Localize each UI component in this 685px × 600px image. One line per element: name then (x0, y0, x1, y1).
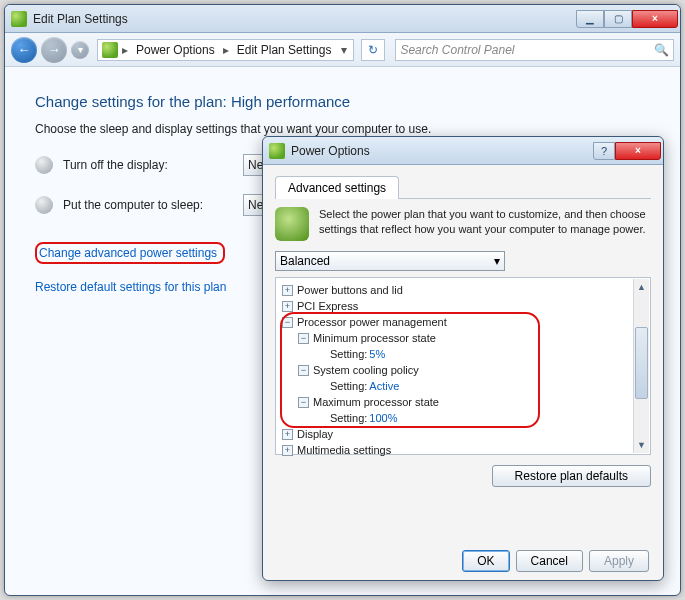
nav-history-button[interactable]: ▾ (71, 41, 89, 59)
close-button[interactable]: × (632, 10, 678, 28)
dialog-intro: Select the power plan that you want to c… (275, 207, 651, 241)
scroll-thumb[interactable] (635, 327, 648, 399)
refresh-button[interactable]: ↻ (361, 39, 385, 61)
search-icon: 🔍 (654, 43, 669, 57)
power-options-icon (269, 143, 285, 159)
power-options-icon (102, 42, 118, 58)
settings-tree[interactable]: + Power buttons and lid + PCI Express − … (275, 277, 651, 455)
expand-icon[interactable]: + (282, 285, 293, 296)
chevron-down-icon[interactable]: ▾ (337, 43, 351, 57)
tree-processor-power[interactable]: − Processor power management (276, 314, 650, 330)
tree-multimedia[interactable]: + Multimedia settings (276, 442, 650, 458)
link-change-advanced[interactable]: Change advanced power settings (35, 242, 225, 264)
tree-display[interactable]: + Display (276, 426, 650, 442)
cancel-button[interactable]: Cancel (516, 550, 583, 572)
tree-power-buttons[interactable]: + Power buttons and lid (276, 282, 650, 298)
nav-forward-button[interactable]: → (41, 37, 67, 63)
chevron-down-icon: ▾ (494, 254, 500, 268)
link-restore-defaults[interactable]: Restore default settings for this plan (35, 280, 226, 294)
tab-advanced-settings[interactable]: Advanced settings (275, 176, 399, 199)
nav-bar: ← → ▾ ▸ Power Options ▸ Edit Plan Settin… (5, 33, 680, 67)
expand-icon[interactable]: + (282, 429, 293, 440)
power-plan-dropdown[interactable]: Balanced ▾ (275, 251, 505, 271)
search-placeholder: Search Control Panel (400, 43, 514, 57)
ok-button[interactable]: OK (462, 550, 509, 572)
cooling-policy-value[interactable]: Active (369, 380, 399, 392)
search-input[interactable]: Search Control Panel 🔍 (395, 39, 674, 61)
breadcrumb-power-options[interactable]: Power Options (130, 43, 221, 57)
collapse-icon[interactable]: − (298, 397, 309, 408)
tree-pci-express[interactable]: + PCI Express (276, 298, 650, 314)
tree-min-processor-setting[interactable]: Setting: 5% (276, 346, 650, 362)
power-options-dialog: Power Options ? × Advanced settings Sele… (262, 136, 664, 581)
apply-button[interactable]: Apply (589, 550, 649, 572)
scroll-down-icon[interactable]: ▼ (634, 437, 649, 453)
page-heading: Change settings for the plan: High perfo… (35, 93, 650, 110)
dialog-title: Power Options (291, 144, 370, 158)
help-button[interactable]: ? (593, 142, 615, 160)
display-icon (35, 156, 53, 174)
max-processor-value[interactable]: 100% (369, 412, 397, 424)
minimize-button[interactable]: ▁ (576, 10, 604, 28)
collapse-icon[interactable]: − (298, 333, 309, 344)
restore-plan-defaults-button[interactable]: Restore plan defaults (492, 465, 651, 487)
breadcrumb-edit-plan[interactable]: Edit Plan Settings (231, 43, 338, 57)
sleep-icon (35, 196, 53, 214)
tree-cooling-policy[interactable]: − System cooling policy (276, 362, 650, 378)
plan-selected: Balanced (280, 254, 330, 268)
breadcrumb[interactable]: ▸ Power Options ▸ Edit Plan Settings ▾ (97, 39, 354, 61)
collapse-icon[interactable]: − (298, 365, 309, 376)
tab-header: Advanced settings (275, 175, 651, 199)
min-processor-value[interactable]: 5% (369, 348, 385, 360)
power-plan-icon (275, 207, 309, 241)
tree-max-processor[interactable]: − Maximum processor state (276, 394, 650, 410)
power-options-icon (11, 11, 27, 27)
row-label: Turn off the display: (63, 158, 233, 172)
chevron-right-icon: ▸ (120, 43, 130, 57)
tree-max-processor-setting[interactable]: Setting: 100% (276, 410, 650, 426)
nav-back-button[interactable]: ← (11, 37, 37, 63)
maximize-button[interactable]: ▢ (604, 10, 632, 28)
tree-cooling-setting[interactable]: Setting: Active (276, 378, 650, 394)
tree-scrollbar[interactable]: ▲ ▼ (633, 279, 649, 453)
chevron-right-icon: ▸ (221, 43, 231, 57)
tree-min-processor[interactable]: − Minimum processor state (276, 330, 650, 346)
intro-text: Select the power plan that you want to c… (319, 207, 651, 241)
scroll-up-icon[interactable]: ▲ (634, 279, 649, 295)
titlebar[interactable]: Edit Plan Settings ▁ ▢ × (5, 5, 680, 33)
expand-icon[interactable]: + (282, 301, 293, 312)
window-title: Edit Plan Settings (33, 12, 128, 26)
dialog-titlebar[interactable]: Power Options ? × (263, 137, 663, 165)
dialog-close-button[interactable]: × (615, 142, 661, 160)
row-label: Put the computer to sleep: (63, 198, 233, 212)
expand-icon[interactable]: + (282, 445, 293, 456)
page-subtext: Choose the sleep and display settings th… (35, 122, 650, 136)
collapse-icon[interactable]: − (282, 317, 293, 328)
